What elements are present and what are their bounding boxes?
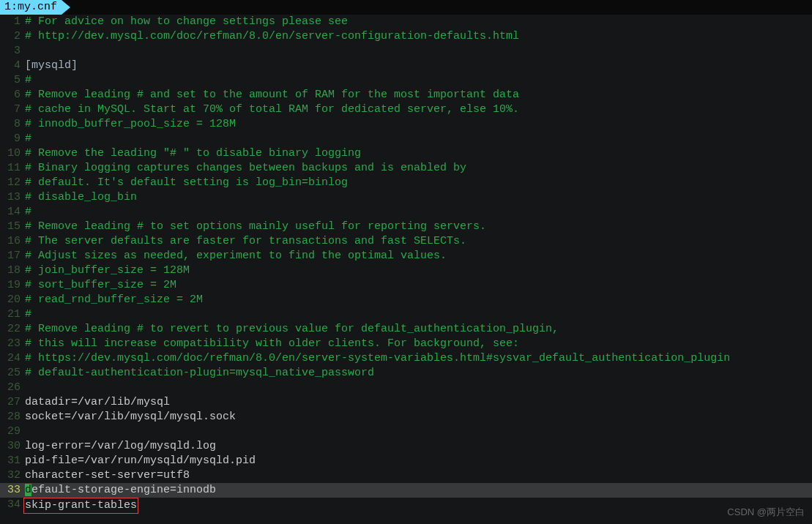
text-cursor: d (25, 484, 31, 496)
line-content[interactable]: # (25, 73, 812, 88)
code-line[interactable]: 4[mysqld] (0, 59, 812, 73)
code-line[interactable]: 27datadir=/var/lib/mysql (0, 395, 812, 410)
code-line[interactable]: 8# innodb_buffer_pool_size = 128M (0, 117, 812, 132)
line-number: 2 (0, 29, 25, 44)
line-content[interactable]: # Remove leading # to set options mainly… (25, 220, 812, 234)
line-number: 26 (0, 381, 25, 395)
code-line[interactable]: 2# http://dev.mysql.com/doc/refman/8.0/e… (0, 29, 812, 44)
code-line[interactable]: 1# For advice on how to change settings … (0, 15, 812, 29)
line-number: 32 (0, 468, 25, 483)
code-line[interactable]: 9# (0, 132, 812, 146)
active-tab[interactable]: 1: my.cnf (0, 0, 62, 15)
code-line[interactable]: 5# (0, 73, 812, 88)
line-number: 31 (0, 454, 25, 468)
line-content[interactable]: # join_buffer_size = 128M (25, 263, 812, 278)
line-number: 23 (0, 337, 25, 351)
line-content[interactable]: # (25, 307, 812, 322)
code-line[interactable]: 28socket=/var/lib/mysql/mysql.sock (0, 410, 812, 424)
line-content[interactable]: # http://dev.mysql.com/doc/refman/8.0/en… (25, 29, 812, 44)
line-number: 20 (0, 293, 25, 307)
line-content[interactable]: # Remove leading # and set to the amount… (25, 88, 812, 102)
code-line[interactable]: 29 (0, 424, 812, 439)
line-content[interactable]: # cache in MySQL. Start at 70% of total … (25, 102, 812, 117)
code-line[interactable]: 23# this will increase compatibility wit… (0, 337, 812, 351)
code-line[interactable]: 3 (0, 44, 812, 59)
line-content[interactable]: # (25, 205, 812, 220)
code-line[interactable]: 15# Remove leading # to set options main… (0, 220, 812, 234)
line-content[interactable]: pid-file=/var/run/mysqld/mysqld.pid (25, 454, 812, 468)
line-content[interactable]: # default-authentication-plugin=mysql_na… (25, 366, 812, 381)
code-line[interactable]: 19# sort_buffer_size = 2M (0, 278, 812, 293)
line-number: 22 (0, 322, 25, 337)
code-area[interactable]: 1# For advice on how to change settings … (0, 15, 812, 524)
line-content[interactable]: # sort_buffer_size = 2M (25, 278, 812, 293)
line-content[interactable]: # For advice on how to change settings p… (25, 15, 812, 29)
line-number: 10 (0, 146, 25, 161)
code-line[interactable]: 6# Remove leading # and set to the amoun… (0, 88, 812, 102)
code-line[interactable]: 11# Binary logging captures changes betw… (0, 161, 812, 176)
line-number: 11 (0, 161, 25, 176)
line-content[interactable]: # Remove the leading "# " to disable bin… (25, 146, 812, 161)
line-content[interactable]: # Remove leading # to revert to previous… (25, 322, 812, 337)
code-line[interactable]: 13# disable_log_bin (0, 190, 812, 205)
tab-filename: my.cnf (18, 0, 57, 15)
code-line[interactable]: 12# default. It's default setting is log… (0, 176, 812, 190)
line-content[interactable]: # Binary logging captures changes betwee… (25, 161, 812, 176)
code-line[interactable]: 34skip-grant-tables (0, 498, 812, 512)
line-number: 25 (0, 366, 25, 381)
line-content[interactable] (25, 44, 812, 59)
editor-window: 1: my.cnf 1# For advice on how to change… (0, 0, 812, 524)
code-line[interactable]: 16# The server defaults are faster for t… (0, 234, 812, 249)
line-content[interactable]: # read_rnd_buffer_size = 2M (25, 293, 812, 307)
line-number: 29 (0, 424, 25, 439)
line-number: 27 (0, 395, 25, 410)
code-line[interactable]: 21# (0, 307, 812, 322)
code-line[interactable]: 30log-error=/var/log/mysqld.log (0, 439, 812, 454)
line-content[interactable]: character-set-server=utf8 (25, 468, 812, 483)
line-content[interactable]: default-storage-engine=innodb (25, 483, 812, 498)
line-number: 34 (0, 498, 25, 512)
line-number: 18 (0, 263, 25, 278)
code-line[interactable]: 26 (0, 381, 812, 395)
line-number: 28 (0, 410, 25, 424)
code-line[interactable]: 31pid-file=/var/run/mysqld/mysqld.pid (0, 454, 812, 468)
line-content[interactable]: log-error=/var/log/mysqld.log (25, 439, 812, 454)
line-number: 9 (0, 132, 25, 146)
line-content[interactable]: # (25, 132, 812, 146)
code-line[interactable]: 24# https://dev.mysql.com/doc/refman/8.0… (0, 351, 812, 366)
line-content[interactable]: # disable_log_bin (25, 190, 812, 205)
line-content[interactable]: socket=/var/lib/mysql/mysql.sock (25, 410, 812, 424)
line-content[interactable]: [mysqld] (25, 59, 812, 73)
code-line[interactable]: 32character-set-server=utf8 (0, 468, 812, 483)
line-number: 16 (0, 234, 25, 249)
code-line[interactable]: 33default-storage-engine=innodb (0, 483, 812, 498)
line-content[interactable]: # Adjust sizes as needed, experiment to … (25, 249, 812, 263)
line-content[interactable]: # this will increase compatibility with … (25, 337, 812, 351)
code-line[interactable]: 14# (0, 205, 812, 220)
line-content[interactable]: # default. It's default setting is log_b… (25, 176, 812, 190)
line-number: 5 (0, 73, 25, 88)
code-line[interactable]: 22# Remove leading # to revert to previo… (0, 322, 812, 337)
line-content[interactable] (25, 424, 812, 439)
line-content[interactable]: skip-grant-tables (25, 498, 812, 512)
line-number: 12 (0, 176, 25, 190)
line-number: 21 (0, 307, 25, 322)
line-content[interactable]: # The server defaults are faster for tra… (25, 234, 812, 249)
line-content[interactable] (25, 381, 812, 395)
tab-arrow-icon (62, 0, 70, 15)
line-content[interactable]: datadir=/var/lib/mysql (25, 395, 812, 410)
code-line[interactable]: 25# default-authentication-plugin=mysql_… (0, 366, 812, 381)
code-line[interactable]: 7# cache in MySQL. Start at 70% of total… (0, 102, 812, 117)
line-number: 13 (0, 190, 25, 205)
code-line[interactable]: 20# read_rnd_buffer_size = 2M (0, 293, 812, 307)
line-content[interactable]: # https://dev.mysql.com/doc/refman/8.0/e… (25, 351, 812, 366)
line-number: 3 (0, 44, 25, 59)
line-number: 4 (0, 59, 25, 73)
line-content[interactable]: # innodb_buffer_pool_size = 128M (25, 117, 812, 132)
code-line[interactable]: 10# Remove the leading "# " to disable b… (0, 146, 812, 161)
line-number: 15 (0, 220, 25, 234)
line-number: 30 (0, 439, 25, 454)
code-line[interactable]: 18# join_buffer_size = 128M (0, 263, 812, 278)
code-line[interactable]: 17# Adjust sizes as needed, experiment t… (0, 249, 812, 263)
tab-bar: 1: my.cnf (0, 0, 812, 15)
